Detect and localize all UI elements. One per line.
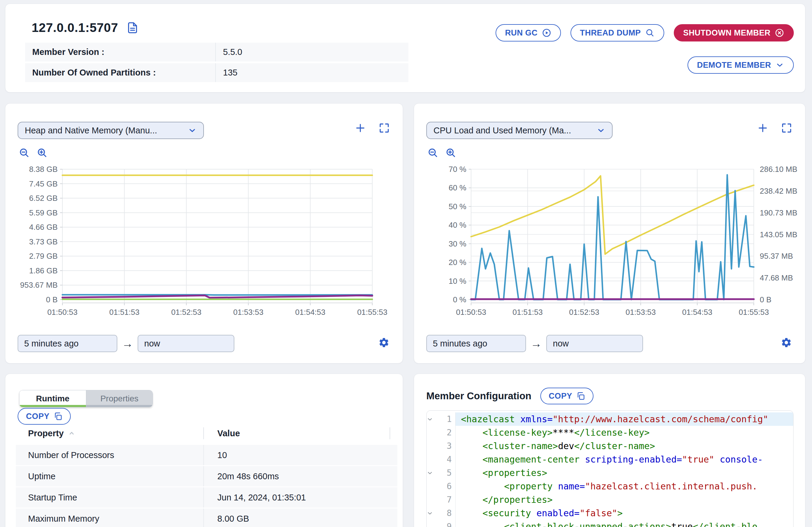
zoom-in-icon[interactable] bbox=[37, 147, 48, 159]
shutdown-member-button[interactable]: SHUTDOWN MEMBER bbox=[674, 24, 794, 42]
chart-metric-select[interactable]: Heap and Native Memory (Manu... bbox=[18, 122, 204, 139]
line-number: 2 bbox=[437, 426, 455, 439]
copy-label: COPY bbox=[26, 412, 49, 421]
line-number: 1 bbox=[437, 412, 455, 426]
config-xml-editor[interactable]: 1<hazelcast xmlns="http://www.hazelcast.… bbox=[426, 410, 794, 527]
fold-chevron-icon[interactable] bbox=[426, 416, 437, 423]
sort-asc-icon bbox=[68, 429, 75, 437]
add-chart-icon[interactable] bbox=[355, 123, 366, 133]
y-axis-tick-right: 0 B bbox=[760, 295, 771, 304]
column-label: Property bbox=[28, 428, 63, 438]
copy-config-button[interactable]: COPY bbox=[540, 387, 594, 404]
member-title-row: 127.0.0.1:5707 bbox=[32, 20, 139, 35]
x-axis-tick: 01:50:53 bbox=[39, 308, 86, 317]
chart-metric-select[interactable]: CPU Load and Used Memory (Ma... bbox=[426, 122, 613, 139]
table-row: Startup TimeJun 14, 2024, 01:35:01 bbox=[16, 487, 397, 508]
info-value: 5.5.0 bbox=[216, 43, 242, 61]
arrow-right-icon: → bbox=[122, 337, 133, 350]
y-axis-tick-right: 47.68 MB bbox=[760, 273, 793, 282]
demote-member-button[interactable]: DEMOTE MEMBER bbox=[687, 56, 794, 74]
y-axis-tick-left: 3.73 GB bbox=[5, 237, 58, 246]
copy-label: COPY bbox=[549, 392, 572, 401]
code-text: <property name="hazelcast.client.interna… bbox=[455, 480, 793, 493]
heap-memory-line-chart[interactable] bbox=[62, 169, 372, 303]
code-line: 1<hazelcast xmlns="http://www.hazelcast.… bbox=[426, 412, 793, 426]
cpu-memory-line-chart[interactable] bbox=[471, 169, 754, 303]
value-cell: Jun 14, 2024, 01:35:01 bbox=[204, 487, 397, 508]
y-axis-tick-left: 2.79 GB bbox=[5, 252, 58, 261]
y-axis-tick-left: 30 % bbox=[414, 239, 466, 248]
y-axis-tick-left: 1.86 GB bbox=[5, 266, 58, 275]
x-axis-tick: 01:51:53 bbox=[504, 308, 551, 317]
y-axis-tick-right: 190.73 MB bbox=[760, 208, 797, 217]
zoom-out-icon[interactable] bbox=[18, 147, 30, 159]
thread-dump-label: THREAD DUMP bbox=[580, 28, 641, 38]
code-line: 9 <client-block-unmapped-actions>true</c… bbox=[426, 520, 793, 527]
time-from-input[interactable] bbox=[426, 335, 526, 352]
series-used-memory bbox=[62, 295, 372, 298]
thread-dump-button[interactable]: THREAD DUMP bbox=[570, 24, 664, 42]
column-header-property[interactable]: Property bbox=[16, 427, 204, 439]
runtime-tabs: Runtime Properties bbox=[19, 390, 153, 407]
member-info-table: Member Version :5.5.0Number Of Owned Par… bbox=[25, 41, 408, 82]
member-header-card: 127.0.0.1:5707 Member Version :5.5.0Numb… bbox=[5, 3, 806, 92]
code-line: 6 <property name="hazelcast.client.inter… bbox=[426, 480, 793, 493]
y-axis-tick-right: 143.05 MB bbox=[760, 230, 797, 239]
fullscreen-icon[interactable] bbox=[379, 123, 390, 133]
fold-chevron-icon[interactable] bbox=[426, 510, 437, 516]
zoom-in-icon[interactable] bbox=[445, 147, 456, 159]
line-number: 4 bbox=[437, 453, 455, 466]
member-configuration-title: Member Configuration bbox=[426, 390, 532, 402]
chevron-down-icon bbox=[188, 126, 197, 135]
y-axis-tick-left: 4.66 GB bbox=[5, 223, 58, 232]
y-axis-tick-left: 40 % bbox=[414, 221, 466, 230]
gear-icon[interactable] bbox=[378, 337, 390, 348]
property-cell: Startup Time bbox=[16, 487, 204, 508]
chevron-down-icon bbox=[596, 126, 605, 135]
y-axis-tick-left: 70 % bbox=[414, 165, 466, 174]
runtime-properties-panel: Runtime Properties COPY Property Value N… bbox=[5, 374, 403, 527]
table-row: Uptime20m 48s 660ms bbox=[16, 466, 397, 486]
gear-icon[interactable] bbox=[781, 337, 792, 348]
code-line: 4 <management-center scripting-enabled="… bbox=[426, 453, 793, 466]
value-cell: 10 bbox=[204, 445, 397, 465]
code-line: 3 <cluster-name>dev</cluster-name> bbox=[426, 439, 793, 453]
column-header-value[interactable]: Value bbox=[204, 427, 390, 439]
time-from-input[interactable] bbox=[18, 335, 117, 352]
zoom-out-icon[interactable] bbox=[427, 147, 438, 159]
run-gc-button[interactable]: RUN GC bbox=[495, 24, 561, 42]
line-number: 8 bbox=[437, 507, 455, 520]
line-number: 3 bbox=[437, 439, 455, 453]
x-axis-tick: 01:54:53 bbox=[673, 308, 721, 317]
line-number: 7 bbox=[437, 493, 455, 507]
tab-runtime[interactable]: Runtime bbox=[19, 390, 86, 407]
x-axis-tick: 01:50:53 bbox=[447, 308, 495, 317]
time-to-input[interactable] bbox=[546, 335, 643, 352]
fold-chevron-icon[interactable] bbox=[426, 470, 437, 476]
code-line: 2 <license-key>****</license-key> bbox=[426, 426, 793, 439]
y-axis-tick-left: 6.52 GB bbox=[5, 194, 58, 203]
value-cell: 8.00 GB bbox=[204, 509, 397, 527]
x-axis-tick: 01:55:53 bbox=[730, 308, 778, 317]
y-axis-tick-left: 50 % bbox=[414, 202, 466, 211]
document-copy-icon[interactable] bbox=[127, 21, 139, 34]
x-axis-tick: 01:53:53 bbox=[617, 308, 665, 317]
line-number: 9 bbox=[437, 520, 455, 527]
copy-runtime-button[interactable]: COPY bbox=[18, 408, 71, 425]
tab-properties[interactable]: Properties bbox=[86, 390, 153, 407]
info-row: Member Version :5.5.0 bbox=[25, 43, 408, 61]
info-label: Number Of Owned Partitions : bbox=[25, 63, 216, 82]
info-row: Number Of Owned Partitions :135 bbox=[25, 63, 408, 82]
value-cell: 20m 48s 660ms bbox=[204, 466, 397, 486]
chevron-down-icon bbox=[775, 61, 784, 70]
demote-member-label: DEMOTE MEMBER bbox=[697, 61, 771, 70]
cpu-memory-chart-panel: CPU Load and Used Memory (Ma... → 70 %60… bbox=[414, 103, 806, 364]
add-chart-icon[interactable] bbox=[757, 123, 768, 133]
fullscreen-icon[interactable] bbox=[781, 123, 792, 133]
time-to-input[interactable] bbox=[137, 335, 234, 352]
y-axis-tick-left: 60 % bbox=[414, 183, 466, 192]
member-configuration-panel: Member Configuration COPY 1<hazelcast xm… bbox=[414, 374, 806, 527]
info-value: 135 bbox=[216, 63, 237, 82]
info-label: Member Version : bbox=[25, 43, 216, 61]
code-text: <hazelcast xmlns="http://www.hazelcast.c… bbox=[455, 412, 793, 426]
